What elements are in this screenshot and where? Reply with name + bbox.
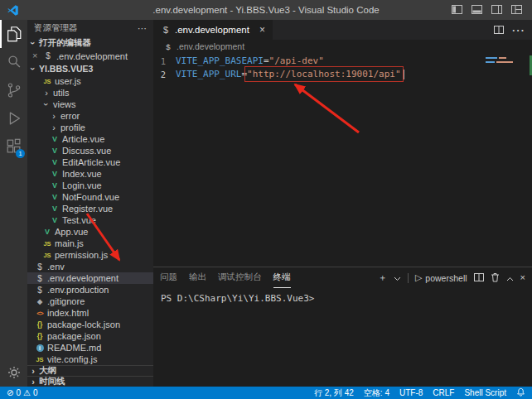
outline-section[interactable]: › 大纲 bbox=[27, 365, 153, 376]
tree-item-permission.js[interactable]: JSpermission.js bbox=[27, 249, 153, 261]
file-name: README.md bbox=[47, 343, 101, 353]
terminal-prompt: PS D:\CSharp\Yi\Yi.BBS.Vue3> bbox=[161, 293, 314, 304]
sidebar-title-label: 资源管理器 bbox=[34, 22, 78, 34]
eol[interactable]: CRLF bbox=[433, 388, 454, 397]
toggle-secondary-sidebar-icon[interactable] bbox=[491, 2, 502, 17]
indentation[interactable]: 空格: 4 bbox=[364, 387, 389, 399]
json-file-icon: {} bbox=[35, 332, 45, 340]
toggle-sidebar-icon[interactable] bbox=[452, 2, 462, 17]
outline-label: 大纲 bbox=[39, 365, 56, 377]
tree-item-README.md[interactable]: iREADME.md bbox=[27, 342, 153, 353]
chevron-down-icon: › bbox=[42, 100, 51, 108]
tree-item-Test.vue[interactable]: VTest.vue bbox=[27, 214, 153, 226]
close-tab-icon[interactable]: × bbox=[259, 25, 265, 35]
file-name: .env bbox=[47, 262, 65, 272]
breadcrumb[interactable]: $ .env.development bbox=[153, 40, 532, 53]
tree-item-.env.development[interactable]: $.env.development bbox=[27, 272, 153, 284]
file-name: .gitignore bbox=[47, 296, 85, 306]
close-editor-icon[interactable]: × bbox=[32, 52, 40, 60]
bell-icon[interactable] bbox=[516, 387, 525, 398]
open-editor-item[interactable]: × $ .env.development bbox=[27, 50, 153, 62]
shell-selector[interactable]: ▷ powershell bbox=[415, 273, 467, 283]
toggle-panel-icon[interactable] bbox=[472, 2, 482, 17]
vue-file-icon: V bbox=[50, 193, 60, 201]
chevron-down-icon[interactable] bbox=[394, 273, 401, 283]
split-terminal-icon[interactable] bbox=[474, 273, 484, 283]
sidebar-bottom-sections: › 大纲 › 时间线 bbox=[27, 365, 153, 387]
source-control-icon[interactable] bbox=[0, 76, 27, 104]
annotated-url-value: "http://localhost:19001/api" bbox=[247, 69, 400, 79]
tab-output[interactable]: 输出 bbox=[189, 267, 206, 288]
tree-item-profile[interactable]: ›profile bbox=[27, 122, 153, 133]
open-editors-header[interactable]: › 打开的编辑器 bbox=[27, 36, 153, 50]
chevron-down-icon: › bbox=[29, 65, 37, 73]
tab-problems[interactable]: 问题 bbox=[160, 267, 177, 288]
tab-env-development[interactable]: $ .env.development × bbox=[153, 20, 273, 40]
search-icon[interactable] bbox=[0, 48, 27, 76]
tree-item-.env.production[interactable]: $.env.production bbox=[27, 284, 153, 296]
customize-layout-icon[interactable] bbox=[511, 2, 522, 17]
editor-group: $ .env.development × ⋯ $ .env.developmen… bbox=[153, 20, 532, 387]
env-file-icon: $ bbox=[35, 286, 45, 295]
file-name: EditArticle.vue bbox=[62, 157, 120, 167]
tree-item-vite.config.js[interactable]: JSvite.config.js bbox=[27, 353, 153, 365]
language-mode[interactable]: Shell Script bbox=[464, 388, 506, 397]
tree-item-Index.vue[interactable]: VIndex.vue bbox=[27, 168, 153, 180]
tree-item-utils[interactable]: ›utils bbox=[27, 87, 153, 99]
js-file-icon: JS bbox=[42, 78, 52, 85]
tree-item-NotFound.vue[interactable]: VNotFound.vue bbox=[27, 191, 153, 203]
tree-item-.env[interactable]: $.env bbox=[27, 261, 153, 272]
timeline-label: 时间线 bbox=[39, 376, 65, 387]
line-number: 2 bbox=[153, 68, 176, 81]
more-actions-icon[interactable]: ⋯ bbox=[138, 23, 147, 34]
file-name: .env.development bbox=[47, 273, 118, 283]
run-debug-icon[interactable] bbox=[0, 104, 27, 132]
settings-gear-icon[interactable] bbox=[0, 358, 27, 387]
js-file-icon: JS bbox=[42, 252, 52, 259]
file-name: .env.production bbox=[47, 285, 109, 295]
tree-item-views[interactable]: ›views bbox=[27, 99, 153, 110]
html-file-icon: <> bbox=[35, 310, 45, 317]
tree-item-Login.vue[interactable]: VLogin.vue bbox=[27, 180, 153, 191]
tree-item-App.vue[interactable]: VApp.vue bbox=[27, 226, 153, 238]
tab-terminal[interactable]: 终端 bbox=[273, 267, 291, 288]
file-name: package.json bbox=[47, 331, 101, 341]
terminal-content[interactable]: PS D:\CSharp\Yi\Yi.BBS.Vue3> bbox=[153, 288, 532, 387]
file-tree: JSuser.js›utils›views›error›profileVArti… bbox=[27, 75, 153, 365]
tree-item-package.json[interactable]: {}package.json bbox=[27, 330, 153, 342]
tree-item-Register.vue[interactable]: VRegister.vue bbox=[27, 203, 153, 214]
cursor-position[interactable]: 行 2, 列 42 bbox=[314, 387, 354, 399]
file-name: user.js bbox=[55, 76, 81, 86]
code-text: VITE_APP_BASEAPI="/api-dev" bbox=[176, 55, 324, 68]
shell-name: powershell bbox=[425, 273, 467, 283]
code-editor[interactable]: 1 VITE_APP_BASEAPI="/api-dev" 2 VITE_APP… bbox=[153, 53, 532, 267]
tab-debug-console[interactable]: 调试控制台 bbox=[218, 267, 262, 288]
file-name: Article.vue bbox=[62, 134, 104, 144]
bottom-panel: 问题 输出 调试控制台 终端 ＋ ▷ powershell bbox=[153, 267, 532, 387]
tree-item-main.js[interactable]: JSmain.js bbox=[27, 238, 153, 249]
tree-item-user.js[interactable]: JSuser.js bbox=[27, 75, 153, 87]
tree-item-Discuss.vue[interactable]: VDiscuss.vue bbox=[27, 145, 153, 156]
maximize-panel-icon[interactable] bbox=[506, 273, 514, 283]
activity-bar: 1 bbox=[0, 20, 27, 387]
new-terminal-icon[interactable]: ＋ bbox=[378, 273, 387, 282]
tree-item-index.html[interactable]: <>index.html bbox=[27, 307, 153, 319]
encoding[interactable]: UTF-8 bbox=[399, 388, 423, 397]
timeline-section[interactable]: › 时间线 bbox=[27, 376, 153, 387]
tree-item-.gitignore[interactable]: ◆.gitignore bbox=[27, 296, 153, 307]
tree-item-error[interactable]: ›error bbox=[27, 110, 153, 122]
split-editor-icon[interactable] bbox=[494, 22, 504, 37]
tree-item-package-lock.json[interactable]: {}package-lock.json bbox=[27, 319, 153, 330]
more-actions-icon[interactable]: ⋯ bbox=[511, 22, 525, 38]
vscode-window: .env.development - Yi.BBS.Vue3 - Visual … bbox=[0, 0, 532, 399]
tree-item-Article.vue[interactable]: VArticle.vue bbox=[27, 133, 153, 145]
kill-terminal-icon[interactable] bbox=[491, 272, 500, 284]
explorer-icon[interactable] bbox=[0, 20, 27, 48]
code-line-2: 2 VITE_APP_URL="http://localhost:19001/a… bbox=[153, 68, 532, 81]
minimap[interactable] bbox=[486, 57, 524, 65]
close-panel-icon[interactable]: × bbox=[520, 273, 525, 282]
problems-status[interactable]: ⊘ 0 ⚠ 0 bbox=[7, 388, 37, 397]
tree-item-EditArticle.vue[interactable]: VEditArticle.vue bbox=[27, 156, 153, 168]
project-section-header[interactable]: › YI.BBS.VUE3 bbox=[27, 62, 153, 75]
extensions-icon[interactable]: 1 bbox=[0, 132, 27, 161]
